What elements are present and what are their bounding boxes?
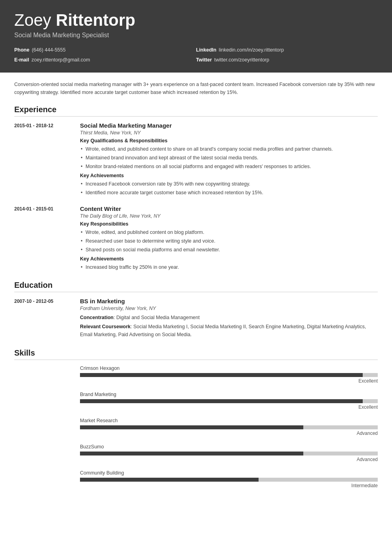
skill-bar-fill	[80, 425, 303, 429]
skill-row: Community BuildingIntermediate	[14, 470, 378, 488]
skill-right: Market ResearchAdvanced	[80, 418, 378, 436]
linkedin-label: LinkedIn	[196, 47, 216, 53]
skill-name: Brand Marketing	[80, 392, 378, 397]
experience-entries: 2015-01 - 2018-12Social Media Marketing …	[14, 122, 378, 272]
entry-job-title: Content Writer	[80, 205, 378, 212]
skill-right: Community BuildingIntermediate	[80, 470, 378, 488]
phone-label: Phone	[14, 47, 29, 53]
skills-heading: Skills	[14, 348, 378, 360]
linkedin-value: linkedin.com/in/zoey.rittentorp	[219, 47, 284, 53]
skills-entries: Crimson HexagonExcellentBrand MarketingE…	[14, 366, 378, 488]
list-item: Increased Facebook conversion rate by 35…	[80, 180, 378, 188]
edu-coursework: Relevant Coursework: Social Media Market…	[80, 323, 378, 339]
entry-job-title: Social Media Marketing Manager	[80, 122, 378, 129]
skill-name: Market Research	[80, 418, 378, 423]
skill-row: Market ResearchAdvanced	[14, 418, 378, 436]
list-item: Identified more accurate target customer…	[80, 189, 378, 197]
skill-bar-track	[80, 478, 378, 482]
entry-list: Wrote, edited, and published content to …	[80, 145, 378, 170]
entry-dates: 2015-01 - 2018-12	[14, 122, 74, 197]
resume-header: Zoey Rittentorp Social Media Marketing S…	[0, 0, 392, 73]
twitter-item: Twittertwitter.com/zoeyrittentorp	[196, 56, 378, 64]
education-entries: 2007-10 - 2012-05BS in MarketingFordham …	[14, 298, 378, 340]
skill-bar-track	[80, 425, 378, 429]
entry-dates: 2014-01 - 2015-01	[14, 205, 74, 272]
entry-company: The Daily Blog of Life, New York, NY	[80, 213, 378, 219]
twitter-value: twitter.com/zoeyrittentorp	[214, 57, 269, 63]
entry-subheading: Key Achievements	[80, 173, 378, 178]
email-item: E-mailzoey.rittentorp@gmail.com	[14, 56, 196, 64]
skill-name: Crimson Hexagon	[80, 366, 378, 371]
phone-item: Phone(646) 444-5555	[14, 46, 196, 54]
skill-spacer	[14, 366, 74, 384]
skills-section: Skills Crimson HexagonExcellentBrand Mar…	[14, 348, 378, 488]
experience-section: Experience 2015-01 - 2018-12Social Media…	[14, 105, 378, 272]
skill-spacer	[14, 444, 74, 462]
skill-level: Advanced	[80, 431, 378, 436]
list-item: Wrote, edited, and published content to …	[80, 145, 378, 153]
entry-list: Increased blog traffic by 250% in one ye…	[80, 263, 378, 271]
edu-content: BS in MarketingFordham University, New Y…	[80, 298, 378, 340]
summary-text: Conversion-oriented social media marketi…	[14, 80, 378, 96]
skill-spacer	[14, 392, 74, 410]
skill-spacer	[14, 470, 74, 488]
skill-right: BuzzSumoAdvanced	[80, 444, 378, 462]
list-item: Increased blog traffic by 250% in one ye…	[80, 263, 378, 271]
skill-bar-track	[80, 399, 378, 403]
skill-bar-track	[80, 452, 378, 455]
skill-level: Excellent	[80, 404, 378, 410]
edu-concentration: Concentration: Digital and Social Media …	[80, 314, 378, 322]
contact-grid: Phone(646) 444-5555 LinkedInlinkedin.com…	[14, 46, 378, 65]
entry-company: Thirst Media, New York, NY	[80, 130, 378, 136]
skill-level: Intermediate	[80, 483, 378, 488]
education-section: Education 2007-10 - 2012-05BS in Marketi…	[14, 281, 378, 340]
skill-row: BuzzSumoAdvanced	[14, 444, 378, 462]
skill-right: Brand MarketingExcellent	[80, 392, 378, 410]
list-item: Shared posts on social media platforms a…	[80, 246, 378, 254]
entry-subheading: Key Responsibilities	[80, 221, 378, 227]
main-content: Conversion-oriented social media marketi…	[0, 73, 392, 509]
skill-bar-fill	[80, 452, 303, 455]
email-label: E-mail	[14, 57, 29, 63]
list-item: Monitor brand-related mentions on all so…	[80, 163, 378, 170]
candidate-title: Social Media Marketing Specialist	[14, 32, 378, 39]
experience-entry: 2014-01 - 2015-01Content WriterThe Daily…	[14, 205, 378, 272]
skill-bar-track	[80, 373, 378, 377]
entry-list: Wrote, edited, and published content on …	[80, 228, 378, 254]
list-item: Wrote, edited, and published content on …	[80, 228, 378, 236]
first-name: Zoey	[14, 11, 56, 29]
skill-spacer	[14, 418, 74, 436]
skill-row: Brand MarketingExcellent	[14, 392, 378, 410]
phone-value: (646) 444-5555	[32, 47, 65, 53]
entry-content: Content WriterThe Daily Blog of Life, Ne…	[80, 205, 378, 272]
last-name: Rittentorp	[56, 11, 135, 29]
candidate-name: Zoey Rittentorp	[14, 11, 378, 29]
entry-subheading: Key Achievements	[80, 256, 378, 262]
linkedin-item: LinkedInlinkedin.com/in/zoey.rittentorp	[196, 46, 378, 54]
edu-institution: Fordham University, New York, NY	[80, 306, 378, 311]
skill-level: Advanced	[80, 457, 378, 462]
skill-level: Excellent	[80, 378, 378, 384]
entry-list: Increased Facebook conversion rate by 35…	[80, 180, 378, 197]
education-heading: Education	[14, 281, 378, 292]
email-value: zoey.rittentorp@gmail.com	[32, 57, 90, 63]
list-item: Researched user base to determine writin…	[80, 237, 378, 245]
twitter-label: Twitter	[196, 57, 212, 63]
experience-entry: 2015-01 - 2018-12Social Media Marketing …	[14, 122, 378, 197]
skill-bar-fill	[80, 373, 363, 377]
list-item: Maintained brand innovation and kept abr…	[80, 154, 378, 162]
skill-name: Community Building	[80, 470, 378, 476]
skill-right: Crimson HexagonExcellent	[80, 366, 378, 384]
edu-degree: BS in Marketing	[80, 298, 378, 304]
skill-name: BuzzSumo	[80, 444, 378, 450]
skill-row: Crimson HexagonExcellent	[14, 366, 378, 384]
edu-dates: 2007-10 - 2012-05	[14, 298, 74, 340]
skill-bar-fill	[80, 399, 363, 403]
skill-bar-fill	[80, 478, 259, 482]
education-entry: 2007-10 - 2012-05BS in MarketingFordham …	[14, 298, 378, 340]
experience-heading: Experience	[14, 105, 378, 117]
entry-subheading: Key Qualifications & Responsibilities	[80, 138, 378, 144]
entry-content: Social Media Marketing ManagerThirst Med…	[80, 122, 378, 197]
